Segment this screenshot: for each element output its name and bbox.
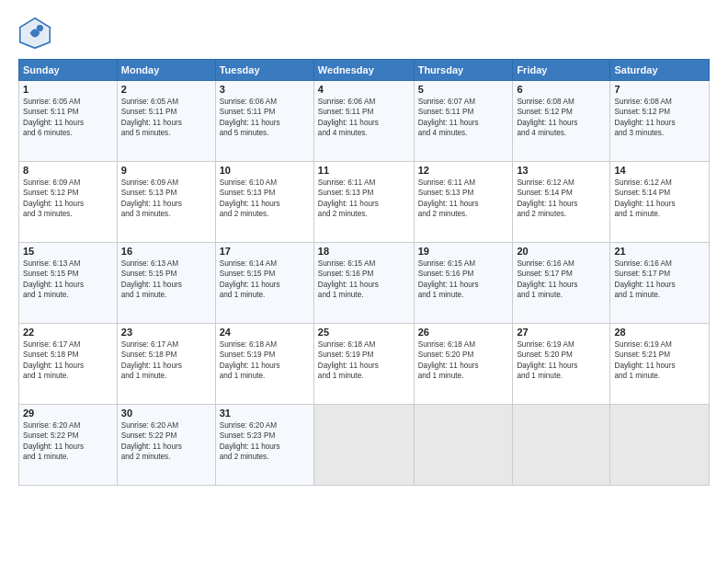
calendar-week-5: 29Sunrise: 6:20 AMSunset: 5:22 PMDayligh… [19,405,710,486]
day-number: 26 [418,327,509,338]
calendar-cell: 6Sunrise: 6:08 AMSunset: 5:12 PMDaylight… [513,81,610,162]
calendar-cell: 4Sunrise: 6:06 AMSunset: 5:11 PMDaylight… [313,81,414,162]
calendar-cell: 7Sunrise: 6:08 AMSunset: 5:12 PMDaylight… [610,81,710,162]
day-number: 2 [121,84,211,95]
calendar-cell: 9Sunrise: 6:09 AMSunset: 5:13 PMDaylight… [117,162,215,243]
calendar-header-thursday: Thursday [414,60,513,81]
day-number: 31 [220,408,310,419]
day-number: 6 [517,84,606,95]
calendar: SundayMondayTuesdayWednesdayThursdayFrid… [18,59,710,486]
calendar-cell: 5Sunrise: 6:07 AMSunset: 5:11 PMDaylight… [414,81,513,162]
day-number: 13 [517,165,606,176]
day-info: Sunrise: 6:20 AMSunset: 5:22 PMDaylight:… [121,420,211,463]
day-info: Sunrise: 6:17 AMSunset: 5:18 PMDaylight:… [23,339,113,382]
calendar-cell: 15Sunrise: 6:13 AMSunset: 5:15 PMDayligh… [19,243,118,324]
calendar-cell: 23Sunrise: 6:17 AMSunset: 5:18 PMDayligh… [117,324,215,405]
calendar-cell: 1Sunrise: 6:05 AMSunset: 5:11 PMDaylight… [19,81,118,162]
calendar-cell: 17Sunrise: 6:14 AMSunset: 5:15 PMDayligh… [215,243,313,324]
calendar-header-sunday: Sunday [19,60,118,81]
calendar-cell: 28Sunrise: 6:19 AMSunset: 5:21 PMDayligh… [610,324,710,405]
day-number: 10 [220,165,310,176]
day-number: 20 [517,246,606,257]
day-info: Sunrise: 6:06 AMSunset: 5:11 PMDaylight:… [318,97,410,139]
calendar-cell [313,405,414,486]
calendar-cell: 20Sunrise: 6:16 AMSunset: 5:17 PMDayligh… [513,243,610,324]
day-number: 25 [318,327,410,338]
calendar-week-4: 22Sunrise: 6:17 AMSunset: 5:18 PMDayligh… [19,324,710,405]
day-info: Sunrise: 6:08 AMSunset: 5:12 PMDaylight:… [517,97,606,139]
day-info: Sunrise: 6:13 AMSunset: 5:15 PMDaylight:… [23,259,113,301]
day-info: Sunrise: 6:07 AMSunset: 5:11 PMDaylight:… [418,97,509,139]
day-number: 3 [220,84,310,95]
calendar-cell: 31Sunrise: 6:20 AMSunset: 5:23 PMDayligh… [215,405,313,486]
day-number: 12 [418,165,509,176]
day-info: Sunrise: 6:05 AMSunset: 5:11 PMDaylight:… [23,97,113,139]
day-number: 8 [23,165,113,176]
day-number: 15 [23,246,113,257]
day-info: Sunrise: 6:19 AMSunset: 5:21 PMDaylight:… [614,339,705,382]
calendar-cell: 21Sunrise: 6:16 AMSunset: 5:17 PMDayligh… [610,243,710,324]
calendar-cell: 3Sunrise: 6:06 AMSunset: 5:11 PMDaylight… [215,81,313,162]
calendar-cell: 22Sunrise: 6:17 AMSunset: 5:18 PMDayligh… [19,324,118,405]
day-number: 28 [614,327,705,338]
page: SundayMondayTuesdayWednesdayThursdayFrid… [0,0,728,563]
calendar-week-2: 8Sunrise: 6:09 AMSunset: 5:12 PMDaylight… [19,162,710,243]
day-info: Sunrise: 6:16 AMSunset: 5:17 PMDaylight:… [517,259,606,301]
calendar-header-wednesday: Wednesday [313,60,414,81]
calendar-header-friday: Friday [513,60,610,81]
calendar-cell: 26Sunrise: 6:18 AMSunset: 5:20 PMDayligh… [414,324,513,405]
calendar-cell: 24Sunrise: 6:18 AMSunset: 5:19 PMDayligh… [215,324,313,405]
day-number: 17 [220,246,310,257]
svg-point-2 [37,25,43,31]
calendar-cell: 14Sunrise: 6:12 AMSunset: 5:14 PMDayligh… [610,162,710,243]
day-number: 4 [318,84,410,95]
calendar-cell: 2Sunrise: 6:05 AMSunset: 5:11 PMDaylight… [117,81,215,162]
day-info: Sunrise: 6:15 AMSunset: 5:16 PMDaylight:… [318,259,410,301]
header [18,17,710,50]
calendar-header-saturday: Saturday [610,60,710,81]
day-info: Sunrise: 6:18 AMSunset: 5:19 PMDaylight:… [318,339,410,382]
calendar-cell: 30Sunrise: 6:20 AMSunset: 5:22 PMDayligh… [117,405,215,486]
day-info: Sunrise: 6:11 AMSunset: 5:13 PMDaylight:… [318,178,410,220]
calendar-cell: 11Sunrise: 6:11 AMSunset: 5:13 PMDayligh… [313,162,414,243]
calendar-cell: 10Sunrise: 6:10 AMSunset: 5:13 PMDayligh… [215,162,313,243]
day-number: 22 [23,327,113,338]
calendar-cell: 18Sunrise: 6:15 AMSunset: 5:16 PMDayligh… [313,243,414,324]
day-info: Sunrise: 6:13 AMSunset: 5:15 PMDaylight:… [121,259,211,301]
day-info: Sunrise: 6:12 AMSunset: 5:14 PMDaylight:… [614,178,705,220]
calendar-cell: 12Sunrise: 6:11 AMSunset: 5:13 PMDayligh… [414,162,513,243]
day-info: Sunrise: 6:18 AMSunset: 5:20 PMDaylight:… [418,339,509,382]
calendar-cell [610,405,710,486]
calendar-cell: 8Sunrise: 6:09 AMSunset: 5:12 PMDaylight… [19,162,118,243]
calendar-cell: 13Sunrise: 6:12 AMSunset: 5:14 PMDayligh… [513,162,610,243]
calendar-body: 1Sunrise: 6:05 AMSunset: 5:11 PMDaylight… [19,81,710,486]
day-info: Sunrise: 6:09 AMSunset: 5:12 PMDaylight:… [23,178,113,220]
calendar-cell [513,405,610,486]
day-number: 30 [121,408,211,419]
logo [18,17,57,50]
day-number: 9 [121,165,211,176]
calendar-week-3: 15Sunrise: 6:13 AMSunset: 5:15 PMDayligh… [19,243,710,324]
day-info: Sunrise: 6:09 AMSunset: 5:13 PMDaylight:… [121,178,211,220]
day-number: 14 [614,165,705,176]
day-number: 7 [614,84,705,95]
calendar-cell [414,405,513,486]
day-number: 11 [318,165,410,176]
day-info: Sunrise: 6:15 AMSunset: 5:16 PMDaylight:… [418,259,509,301]
day-info: Sunrise: 6:05 AMSunset: 5:11 PMDaylight:… [121,97,211,139]
calendar-header-monday: Monday [117,60,215,81]
day-info: Sunrise: 6:20 AMSunset: 5:22 PMDaylight:… [23,420,113,463]
calendar-cell: 27Sunrise: 6:19 AMSunset: 5:20 PMDayligh… [513,324,610,405]
day-number: 21 [614,246,705,257]
day-info: Sunrise: 6:19 AMSunset: 5:20 PMDaylight:… [517,339,606,382]
calendar-cell: 16Sunrise: 6:13 AMSunset: 5:15 PMDayligh… [117,243,215,324]
day-number: 1 [23,84,113,95]
day-number: 18 [318,246,410,257]
day-number: 24 [220,327,310,338]
day-info: Sunrise: 6:20 AMSunset: 5:23 PMDaylight:… [220,420,310,463]
day-info: Sunrise: 6:18 AMSunset: 5:19 PMDaylight:… [220,339,310,382]
day-number: 23 [121,327,211,338]
calendar-week-1: 1Sunrise: 6:05 AMSunset: 5:11 PMDaylight… [19,81,710,162]
day-info: Sunrise: 6:17 AMSunset: 5:18 PMDaylight:… [121,339,211,382]
day-number: 16 [121,246,211,257]
